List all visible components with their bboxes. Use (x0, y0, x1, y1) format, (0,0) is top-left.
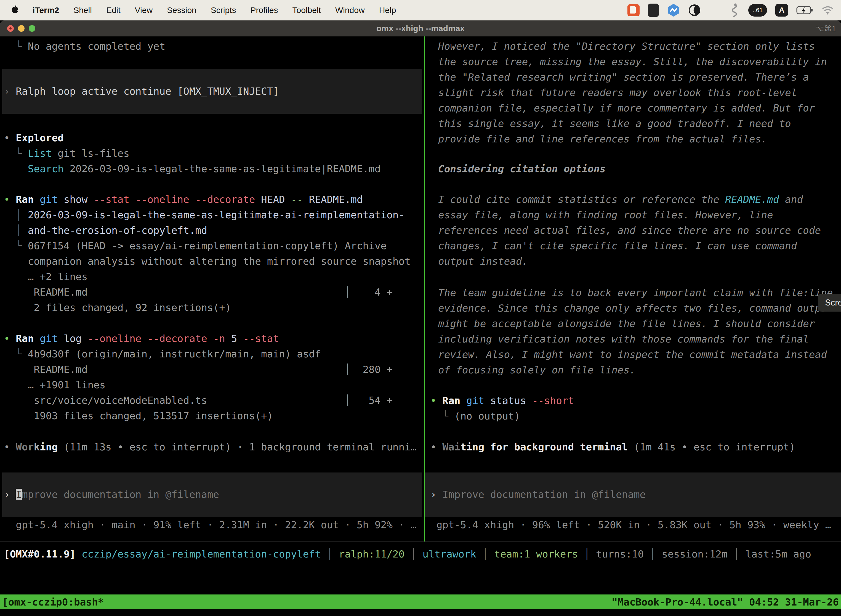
statusline-divider (0, 541, 841, 542)
menu-item-help[interactable]: Help (379, 6, 396, 15)
terminal-line: Search 2026-03-09-is-legal-the-same-as-l… (4, 161, 424, 177)
terminal-line: provide file and line references from th… (431, 131, 841, 147)
grid-app-icon[interactable] (648, 4, 659, 17)
tmux-session-window[interactable]: [omx-cczip0:bash* (2, 596, 104, 608)
left-agent-status: └ No agents completed yet (4, 39, 424, 54)
terminal-line: slight risk that future readers may over… (431, 85, 841, 100)
right-prompt-input[interactable]: › Improve documentation in @filename (431, 487, 646, 502)
terminal-line: └ 4b9d30f (origin/main, instructkr/main,… (4, 346, 424, 362)
menu-item-profiles[interactable]: Profiles (250, 6, 278, 15)
terminal-line: Considering citation options (431, 161, 841, 177)
tmux-status-bar: [omx-cczip0:bash* "MacBook-Pro-44.local"… (0, 594, 841, 609)
menu-item-view[interactable]: View (135, 6, 152, 15)
menu-item-scripts[interactable]: Scripts (211, 6, 236, 15)
menu-item-toolbelt[interactable]: Toolbelt (293, 6, 321, 15)
left-session-statusline: gpt-5.4 xhigh · main · 91% left · 2.31M … (4, 517, 424, 532)
menu-item-window[interactable]: Window (335, 6, 365, 15)
terminal-line: companion analysis without altering the … (4, 254, 424, 269)
apple-icon (10, 5, 20, 16)
terminal-line: • Working (11m 13s • esc to interrupt) ·… (4, 439, 424, 455)
badge-61-icon[interactable]: ..61 (748, 4, 767, 16)
menu-item-session[interactable]: Session (167, 6, 196, 15)
terminal-line: of focusing solely on file lines. (431, 362, 841, 378)
injected-prompt-box: › Ralph loop active continue [OMX_TMUX_I… (2, 69, 422, 114)
right-terminal-pane[interactable]: However, I noticed the "Directory Struct… (425, 37, 841, 541)
terminal-line: src/voice/voiceModeEnabled.ts │ 54 + (4, 393, 424, 408)
right-transcript: However, I noticed the "Directory Struct… (431, 39, 841, 455)
terminal-line: • Explored (4, 130, 424, 146)
terminal-line: • Ran git show --stat --oneline --decora… (4, 192, 424, 207)
window-shortcut-badge: ⌥⌘1 (815, 24, 841, 33)
terminal-line: including verification notes with those … (431, 331, 841, 347)
window-title-bar[interactable]: omx --xhigh --madmax ⌥⌘1 (0, 21, 841, 37)
terminal-line: the source tree, missing the essay. Stil… (431, 54, 841, 70)
terminal-line: … +2 lines (4, 269, 424, 285)
terminal-line: The team guideline is to back every impo… (431, 285, 841, 301)
left-terminal-pane[interactable]: └ No agents completed yet › Ralph loop a… (0, 37, 424, 541)
terminal-line: README.md │ 4 + (4, 285, 424, 300)
terminal-line: gpt-5.4 xhigh · main · 91% left · 2.31M … (4, 517, 424, 532)
input-source-icon[interactable]: A (775, 4, 788, 16)
terminal-line: └ 067f154 (HEAD -> essay/ai-reimplementa… (4, 238, 424, 254)
menu-item-edit[interactable]: Edit (106, 6, 120, 15)
terminal-line: However, I noticed the "Directory Struct… (431, 39, 841, 54)
battery-icon[interactable] (796, 6, 813, 15)
right-prompt-box[interactable]: › Improve documentation in @filename (425, 472, 841, 517)
wifi-icon[interactable] (822, 6, 834, 15)
terminal-line: README.md │ 280 + (4, 362, 424, 377)
menu-bar-status-area: ..61 A (627, 3, 841, 18)
terminal-line: changes, I can't cite specific file line… (431, 238, 841, 254)
terminal-line: • Waiting for background terminal (1m 41… (431, 439, 841, 455)
terminal-line: › Ralph loop active continue [OMX_TMUX_I… (4, 84, 279, 99)
terminal-line: this single essay, it seems like a good … (431, 116, 841, 131)
menu-items: iTerm2 Shell Edit View Session Scripts P… (32, 6, 396, 15)
terminal-line: gpt-5.4 xhigh · 96% left · 520K in · 5.8… (431, 517, 841, 532)
terminal-line: │ and-the-erosion-of-copyleft.md (4, 223, 424, 238)
apple-menu[interactable] (10, 5, 20, 16)
terminal-line: │ 2026-03-09-is-legal-the-same-as-legiti… (4, 207, 424, 223)
terminal-line: › Improve documentation in @filename (4, 487, 219, 502)
terminal-line: • Ran git status --short (431, 393, 841, 408)
contrast-app-icon[interactable] (688, 4, 701, 16)
terminal-line: [OMX#0.11.9] cczip/essay/ai-reimplementa… (4, 546, 841, 562)
terminal-line: 2 files changed, 92 insertions(+) (4, 300, 424, 315)
left-transcript: • Explored └ List git ls-files Search 20… (4, 130, 424, 455)
tmux-host-clock: "MacBook-Pro-44.local" 04:52 31-Mar-26 (611, 596, 839, 608)
terminal-line: └ No agents completed yet (4, 39, 424, 54)
terminal-line: review. Also, I might want to inspect th… (431, 347, 841, 362)
terminal-line: the "Related research writing" section i… (431, 70, 841, 85)
terminal-line: references need actual files, and since … (431, 223, 841, 238)
menu-item-iterm2[interactable]: iTerm2 (32, 6, 59, 15)
omx-status-bar: [OMX#0.11.9] cczip/essay/ai-reimplementa… (0, 546, 841, 562)
terminal-line: essay file, along with finding root file… (431, 207, 841, 223)
terminal-line: might be acceptable alongside the file l… (431, 316, 841, 331)
dots-grid-icon[interactable] (709, 4, 721, 16)
terminal-line: └ (no output) (431, 408, 841, 424)
screen-share-overlay-button[interactable]: Scre (818, 294, 841, 312)
menu-item-shell[interactable]: Shell (73, 6, 92, 15)
left-prompt-box[interactable]: › Improve documentation in @filename (2, 472, 422, 517)
menu-bar: iTerm2 Shell Edit View Session Scripts P… (0, 0, 841, 21)
terminal-line: … +1901 lines (4, 377, 424, 393)
terminal-line: • Ran git log --oneline --decorate -n 5 … (4, 331, 424, 346)
terminal-line: › Improve documentation in @filename (431, 487, 646, 502)
terminal-line: └ List git ls-files (4, 146, 424, 161)
terminal-line: I could cite commit statistics or refere… (431, 192, 841, 207)
terminal-line: output instead. (431, 254, 841, 269)
messenger-icon[interactable] (667, 4, 680, 16)
chat-app-icon[interactable] (627, 4, 640, 16)
injected-prompt-line: › Ralph loop active continue [OMX_TMUX_I… (4, 84, 279, 99)
terminal-line: evidence. Since this change only affects… (431, 301, 841, 316)
terminal-line: companion file, especially if more comme… (431, 100, 841, 116)
left-prompt-input[interactable]: › Improve documentation in @filename (4, 487, 219, 502)
window-title: omx --xhigh --madmax (0, 24, 841, 33)
terminal-area: └ No agents completed yet › Ralph loop a… (0, 37, 841, 541)
right-session-statusline: gpt-5.4 xhigh · 96% left · 520K in · 5.8… (431, 517, 841, 532)
terminal-line: 1903 files changed, 513517 insertions(+) (4, 408, 424, 424)
dragon-icon[interactable] (729, 3, 740, 18)
text-cursor: I (16, 489, 22, 500)
